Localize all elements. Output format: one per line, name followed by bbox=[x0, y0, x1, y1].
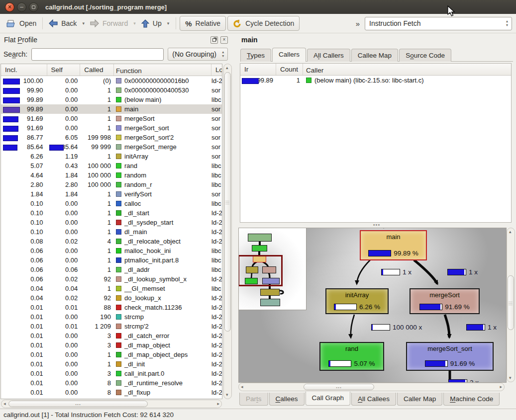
flat-profile-row[interactable]: 0.060.001ptmalloc_init.part.8libc bbox=[1, 255, 222, 265]
scroll-right-arrow-icon[interactable]: ▸ bbox=[217, 402, 219, 406]
scroll-up-arrow-icon[interactable]: ▴ bbox=[509, 230, 512, 234]
up-button[interactable]: Up bbox=[139, 17, 164, 30]
column-header-incl[interactable]: Incl. bbox=[1, 64, 47, 76]
tab-callee-map[interactable]: Callee Map bbox=[351, 49, 398, 62]
tab-callers[interactable]: Callers bbox=[272, 48, 306, 62]
flat-profile-row[interactable]: 0.100.001_dl_sysdep_startld-2 bbox=[1, 218, 222, 227]
scroll-right-arrow-icon[interactable]: ▸ bbox=[500, 385, 502, 389]
flat-profile-row[interactable]: 99.890.001mainsor bbox=[1, 104, 222, 114]
back-dropdown-caret[interactable]: ▾ bbox=[79, 21, 88, 26]
flat-profile-row[interactable]: 99.900.0010x0000000000400530sor bbox=[1, 85, 222, 95]
cycle-detection-toggle-button[interactable]: Cycle Detection bbox=[227, 16, 300, 31]
tab-source-code[interactable]: Source Code bbox=[399, 49, 451, 62]
column-header-self[interactable]: Self bbox=[47, 64, 81, 76]
column-header-caller[interactable]: Caller bbox=[303, 64, 511, 75]
scrollbar-thumb[interactable]: ——— bbox=[508, 275, 514, 330]
minimap-viewport[interactable] bbox=[238, 255, 283, 286]
open-button[interactable]: Open bbox=[4, 17, 39, 30]
incl-value: 0.08 bbox=[30, 238, 43, 245]
graph-overview-minimap[interactable] bbox=[239, 228, 307, 310]
graph-hscrollbar[interactable]: ◂ ••• ▸ bbox=[238, 383, 505, 391]
flat-profile-row[interactable]: 1.841.841verifySortsor bbox=[1, 189, 222, 199]
graph-node-mergeSort_sort[interactable]: mergeSort_sort91.69 % bbox=[406, 342, 494, 371]
flat-profile-row[interactable]: 0.040.041__GI_memsetlibc bbox=[1, 284, 222, 293]
flat-profile-row[interactable]: 0.010.001_dl_initld-2 bbox=[1, 359, 222, 369]
flat-profile-row[interactable]: 0.010.001_dl_map_object_depsld-2 bbox=[1, 350, 222, 359]
graph-node-rand[interactable]: rand5.07 % bbox=[319, 342, 384, 371]
flat-profile-row[interactable]: 100.000.00(0)0x00000000000016b0ld-2 bbox=[1, 76, 222, 85]
flat-profile-row[interactable]: 0.010.003_dl_catch_errorld-2 bbox=[1, 331, 222, 340]
dock-float-button[interactable] bbox=[210, 36, 218, 44]
grouping-combobox[interactable]: (No Grouping) ▴▾ bbox=[168, 48, 228, 61]
flat-profile-row[interactable]: 99.890.001(below main)libc bbox=[1, 95, 222, 104]
flat-profile-row[interactable]: 2.802.80100 000random_rlibc bbox=[1, 180, 222, 189]
flat-profile-row[interactable]: 0.060.0292_dl_lookup_symbol_xld-2 bbox=[1, 274, 222, 284]
tab-types[interactable]: Types bbox=[240, 49, 271, 62]
flat-profile-row[interactable]: 0.010.0188check_match.11236ld-2 bbox=[1, 303, 222, 312]
flat-profile-row[interactable]: 91.690.001mergeSortsor bbox=[1, 114, 222, 123]
flat-profile-row[interactable]: 0.010.00190strcmpld-2 bbox=[1, 312, 222, 322]
flat-profile-row[interactable]: 0.060.001malloc_hook_inilibc bbox=[1, 246, 222, 255]
column-header-count[interactable]: Count bbox=[276, 64, 303, 75]
flat-profile-row[interactable]: 0.040.0292do_lookup_xld-2 bbox=[1, 293, 222, 303]
flat-profile-row[interactable]: 0.100.001dl_mainld-2 bbox=[1, 227, 222, 237]
graph-node-main[interactable]: main99.89 % bbox=[360, 230, 427, 260]
flat-profile-row[interactable]: 0.060.061_dl_addrlibc bbox=[1, 265, 222, 274]
tab-caller-map[interactable]: Caller Map bbox=[397, 393, 442, 406]
window-close-button[interactable]: × bbox=[5, 2, 14, 12]
flat-profile-row[interactable]: 6.261.191initArraysor bbox=[1, 152, 222, 161]
scroll-down-arrow-icon[interactable]: ▾ bbox=[509, 376, 512, 380]
flat-profile-row[interactable]: 86.776.05199 998mergeSort_sort'2sor bbox=[1, 133, 222, 142]
flat-profile-row[interactable]: 0.010.008_dl_runtime_resolveld-2 bbox=[1, 378, 222, 388]
scroll-left-arrow-icon[interactable]: ◂ bbox=[241, 385, 243, 389]
flat-profile-row[interactable]: 0.080.024_dl_relocate_objectld-2 bbox=[1, 237, 222, 246]
horizontal-splitter[interactable]: ••• bbox=[237, 223, 516, 228]
forward-dropdown-caret[interactable]: ▾ bbox=[130, 21, 139, 26]
column-header-called[interactable]: Called bbox=[80, 64, 114, 76]
graph-node-initArray[interactable]: initArray6.26 % bbox=[325, 288, 389, 314]
flat-profile-row[interactable]: 0.100.001calloclibc bbox=[1, 199, 222, 208]
scrollbar-thumb[interactable]: ——— bbox=[224, 72, 231, 332]
flat-profile-row[interactable]: 85.6485.6499 999mergeSort_mergesor bbox=[1, 142, 222, 152]
window-maximize-button[interactable] bbox=[29, 2, 38, 12]
up-dropdown-caret[interactable]: ▾ bbox=[164, 21, 173, 26]
graph-node-mergeSort[interactable]: mergeSort91.69 % bbox=[410, 288, 480, 314]
tab-parts[interactable]: Parts bbox=[239, 393, 268, 406]
flat-profile-row[interactable]: 0.010.003call_init.part.0ld-2 bbox=[1, 369, 222, 378]
flat-profile-vscrollbar[interactable]: ▴ ——— ▾ bbox=[223, 64, 232, 399]
flat-profile-row[interactable]: 0.100.001_dl_startld-2 bbox=[1, 208, 222, 218]
column-header-location[interactable]: Loc bbox=[211, 64, 222, 76]
grouping-spinner-icon[interactable]: ▴▾ bbox=[222, 50, 224, 58]
dock-close-button[interactable]: × bbox=[220, 36, 228, 44]
flat-profile-row[interactable]: 0.010.008_dl_fixupld-2 bbox=[1, 388, 222, 397]
scroll-left-arrow-icon[interactable]: ◂ bbox=[3, 402, 6, 406]
scroll-down-arrow-icon[interactable]: ▾ bbox=[226, 393, 228, 397]
call-graph-canvas[interactable]: main99.89 %initArray6.26 %mergeSort91.69… bbox=[238, 228, 507, 383]
tab-all-callers[interactable]: All Callers bbox=[307, 49, 350, 62]
tab-machine-code[interactable]: Machine Code bbox=[443, 393, 500, 406]
flat-profile-row[interactable]: 0.010.011 209strcmp'2ld-2 bbox=[1, 322, 222, 331]
back-button[interactable]: Back bbox=[46, 17, 79, 29]
column-header-function[interactable]: Function bbox=[114, 64, 211, 76]
graph-vscrollbar[interactable]: ▴ ——— ▾ bbox=[507, 228, 515, 382]
tab-all-callees[interactable]: All Callees bbox=[351, 393, 396, 406]
flat-profile-hscrollbar[interactable]: ◂ ••• ▸ bbox=[1, 400, 222, 408]
flat-profile-row[interactable]: 4.641.84100 000randomlibc bbox=[1, 170, 222, 180]
column-header-ir[interactable]: Ir bbox=[240, 64, 276, 75]
search-input[interactable] bbox=[31, 48, 164, 61]
combobox-spinner-icon[interactable]: ▴▾ bbox=[506, 19, 508, 27]
scroll-up-arrow-icon[interactable]: ▴ bbox=[226, 66, 228, 70]
flat-profile-row[interactable]: 91.690.001mergeSort_sortsor bbox=[1, 123, 222, 133]
toolbar-overflow-chevron[interactable]: » bbox=[356, 19, 360, 28]
flat-profile-row[interactable]: 5.070.43100 000randlibc bbox=[1, 161, 222, 170]
tab-call-graph[interactable]: Call Graph bbox=[306, 392, 351, 406]
forward-button[interactable]: Forward bbox=[88, 17, 130, 29]
window-minimize-button[interactable]: – bbox=[17, 2, 26, 12]
caller-row[interactable]: 99.891(below main) (libc-2.15.so: libc-s… bbox=[240, 76, 511, 85]
relative-toggle-button[interactable]: % Relative bbox=[180, 16, 226, 31]
tab-callees[interactable]: Callees bbox=[269, 393, 305, 406]
scrollbar-thumb[interactable]: ••• bbox=[304, 384, 374, 390]
flat-profile-row[interactable]: 0.010.003_dl_map_objectld-2 bbox=[1, 340, 222, 350]
scrollbar-thumb[interactable]: ••• bbox=[8, 401, 148, 407]
event-type-combobox[interactable]: Instruction Fetch ▴▾ bbox=[365, 17, 512, 30]
